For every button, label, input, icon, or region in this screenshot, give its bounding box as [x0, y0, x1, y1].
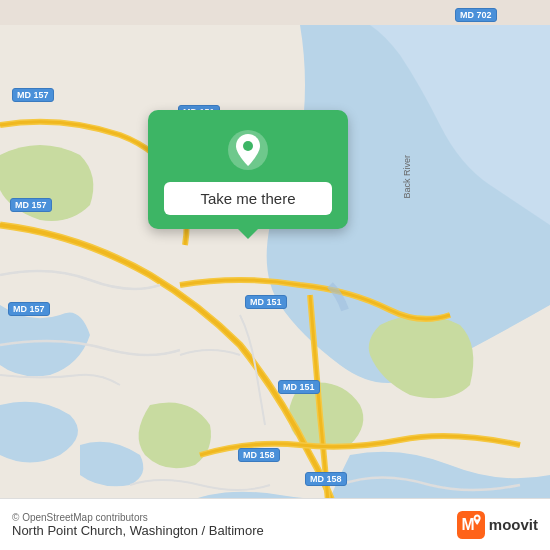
moovit-logo: M moovit	[457, 511, 538, 539]
take-me-there-button[interactable]: Take me there	[164, 182, 332, 215]
map-container: MD 702 MD 157 MD 151 MD 157 MD 157 MD 15…	[0, 0, 550, 550]
road-badge-md157c: MD 157	[8, 302, 50, 316]
bottom-bar: © OpenStreetMap contributors North Point…	[0, 498, 550, 550]
location-name: North Point Church, Washington / Baltimo…	[12, 523, 264, 538]
back-river-label: Back River	[402, 155, 412, 199]
copyright-text: © OpenStreetMap contributors	[12, 512, 264, 523]
map-background	[0, 0, 550, 550]
road-badge-md158b: MD 158	[305, 472, 347, 486]
location-info: © OpenStreetMap contributors North Point…	[12, 512, 264, 538]
road-badge-md157a: MD 157	[12, 88, 54, 102]
road-badge-md151c: MD 151	[278, 380, 320, 394]
pin-icon	[226, 128, 270, 172]
road-badge-md151b: MD 151	[245, 295, 287, 309]
moovit-icon: M	[457, 511, 485, 539]
road-badge-md158a: MD 158	[238, 448, 280, 462]
svg-point-2	[243, 141, 253, 151]
moovit-text: moovit	[489, 516, 538, 533]
svg-text:M: M	[461, 516, 474, 533]
svg-point-5	[475, 516, 478, 519]
popup-card: Take me there	[148, 110, 348, 229]
road-badge-md157b: MD 157	[10, 198, 52, 212]
road-badge-md702: MD 702	[455, 8, 497, 22]
